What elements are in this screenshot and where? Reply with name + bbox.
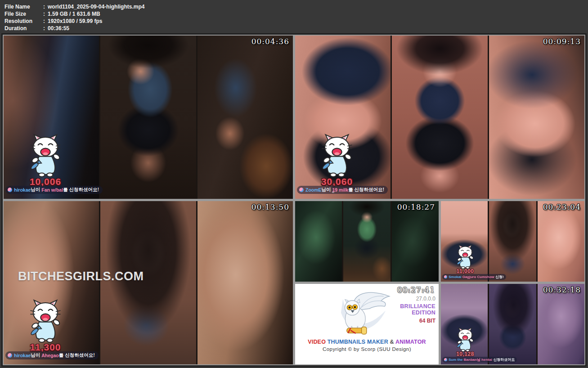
video-frame-left bbox=[295, 201, 342, 282]
video-frame-triptych bbox=[295, 201, 439, 282]
cat-mascot-icon bbox=[455, 244, 476, 270]
duration-row: Duration:00:36:55 bbox=[4, 25, 144, 32]
vtm-title: VIDEO THUMBNAILS MAKER & ANIMATOR bbox=[295, 339, 439, 345]
chat-badge-icon bbox=[444, 275, 447, 278]
resolution-label: Resolution bbox=[4, 18, 43, 25]
video-frame-right bbox=[489, 36, 584, 199]
video-frame-center bbox=[392, 36, 487, 199]
vtm-branding-panel: 00:27:41 27.0.0.0 BRILLIANCE EDITION 64 … bbox=[295, 284, 439, 364]
donation-amount: 11,000 bbox=[446, 268, 484, 274]
timestamp-overlay: 00:32:18 bbox=[543, 285, 581, 294]
chat-request-item: 19 milk bbox=[332, 187, 349, 193]
vtm-info-block: 27.0.0.0 BRILLIANCE EDITION 64 BIT bbox=[400, 296, 435, 324]
cat-mascot-icon bbox=[455, 327, 476, 353]
file-name-row: File Name:world1104_2025-09-04-highlight… bbox=[4, 3, 144, 10]
chat-username: ZoomE bbox=[305, 187, 322, 193]
timestamp-overlay: 00:04:36 bbox=[251, 37, 289, 46]
chat-message: hirokae님이 Fan w/bal를 신청하셨어요! bbox=[5, 186, 103, 194]
video-frame-right bbox=[197, 36, 293, 199]
thumbnail-frame-2: 00:09:13 30,060 ZoomE님이 19 milk를 신청하셨어요!… bbox=[295, 36, 584, 199]
donation-overlay: 11,000 bbox=[446, 244, 484, 274]
cat-mascot-icon bbox=[319, 132, 355, 179]
timestamp-overlay: 00:18:27 bbox=[397, 202, 435, 211]
duration-value: 00:36:55 bbox=[48, 25, 69, 32]
chat-badge-icon bbox=[444, 358, 447, 361]
video-frame-right bbox=[197, 201, 293, 364]
thumbnail-frame-5: 00:23:04 11,000 Smokai Gagjuro Cumshow 신… bbox=[441, 201, 584, 282]
chat-request-item: Fan w/bal bbox=[41, 187, 63, 193]
video-frame-center bbox=[100, 36, 196, 199]
donation-overlay: 10,006 bbox=[16, 132, 75, 187]
vtm-bits: 64 BIT bbox=[400, 318, 435, 324]
video-frame-right bbox=[392, 201, 439, 282]
vtm-edition-line2: EDITION bbox=[400, 310, 435, 316]
timestamp-overlay: 00:13:50 bbox=[251, 202, 289, 211]
resolution-value: 1920x1080 / 59.99 fps bbox=[48, 18, 102, 25]
chat-badge-icon bbox=[8, 188, 12, 192]
donation-overlay: 11,300 bbox=[16, 298, 75, 353]
quadrant-grid: 00:18:27 00:23:04 11,000 Smokai Gagjuro … bbox=[295, 201, 584, 364]
chat-request-item: Banban님 hentai bbox=[464, 357, 493, 362]
thumbnail-sheet: File Name:world1104_2025-09-04-highlight… bbox=[0, 0, 588, 368]
thumbnail-frame-6: 00:32:18 10,128 Sum the Banban님 hentai 신… bbox=[441, 284, 584, 364]
file-info-header: File Name:world1104_2025-09-04-highlight… bbox=[4, 3, 144, 32]
resolution-row: Resolution:1920x1080 / 59.99 fps bbox=[4, 18, 144, 25]
file-name-label: File Name bbox=[4, 3, 43, 10]
video-frame-center bbox=[343, 201, 390, 282]
thumbnail-frame-3: 00:13:50 BITCHESGIRLS.COM 11,300 hirokae… bbox=[4, 201, 293, 364]
chat-request-item: Gagjuro Cumshow bbox=[462, 275, 495, 279]
chat-badge-icon bbox=[8, 353, 12, 358]
file-name-value: world1104_2025-09-04-highlights.mp4 bbox=[48, 3, 144, 10]
video-frame-right bbox=[538, 201, 584, 282]
timestamp-overlay: 00:27:41 bbox=[397, 285, 435, 294]
cat-mascot-icon bbox=[27, 298, 64, 345]
thumbnail-frame-4: 00:18:27 bbox=[295, 201, 439, 282]
video-frame-center bbox=[489, 201, 536, 282]
file-size-row: File Size:1.59 GB / 1 631.6 MB bbox=[4, 10, 144, 18]
chat-username: Smokai bbox=[449, 275, 462, 279]
cat-mascot-icon bbox=[27, 132, 64, 179]
duration-label: Duration bbox=[4, 25, 43, 32]
watermark-text: BITCHESGIRLS.COM bbox=[18, 269, 144, 283]
quote-mark: '' bbox=[332, 191, 334, 196]
chat-username: Sum the bbox=[449, 358, 464, 362]
chat-message: Sum the Banban님 hentai 신청하셨어요 bbox=[442, 357, 517, 363]
chat-username: hirokae bbox=[14, 187, 31, 193]
video-frame-right bbox=[538, 284, 584, 364]
chat-message: Smokai Gagjuro Cumshow 신청! bbox=[442, 274, 506, 280]
chat-request-item: Ahegao bbox=[41, 353, 59, 358]
vtm-version: 27.0.0.0 bbox=[400, 296, 435, 302]
file-size-value: 1.59 GB / 1 631.6 MB bbox=[48, 10, 100, 18]
donation-overlay: 10,128 bbox=[446, 327, 484, 357]
thumbnail-frame-1: 00:04:36 10,006 hirokae님이 Fan w/bal를 신청하… bbox=[4, 36, 293, 199]
chat-message: ZoomE님이 19 milk를 신청하셨어요! bbox=[297, 186, 388, 194]
chat-message: hirokae님이 Ahegao를 신청하셨어요! bbox=[5, 351, 99, 359]
vtm-edition-line1: BRILLIANCE bbox=[400, 303, 435, 310]
timestamp-overlay: 00:09:13 bbox=[543, 37, 581, 46]
thumbnail-grid: 00:04:36 10,006 hirokae님이 Fan w/bal를 신청하… bbox=[1, 33, 587, 367]
vtm-copyright: Copyright © by Scorp (SUU Design) bbox=[295, 346, 439, 352]
video-frame-center bbox=[489, 284, 536, 364]
donation-overlay: 30,060 bbox=[308, 132, 366, 187]
file-size-label: File Size bbox=[4, 10, 43, 18]
chat-badge-icon bbox=[299, 188, 304, 192]
chat-username: hirokae bbox=[14, 353, 31, 358]
donation-amount: 10,128 bbox=[446, 351, 484, 357]
owl-logo-icon bbox=[327, 289, 394, 340]
timestamp-overlay: 00:23:04 bbox=[543, 202, 581, 211]
